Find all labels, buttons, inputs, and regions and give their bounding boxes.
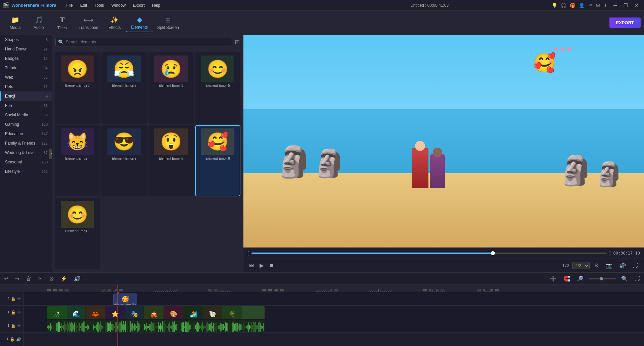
settings-icon[interactable]: ⚙ (592, 261, 601, 270)
progress-thumb[interactable] (491, 251, 495, 255)
grid-toggle-button[interactable]: ⊞ (235, 38, 240, 46)
element-card-emoji4[interactable]: 😸 Element Emoji 4 (55, 125, 100, 197)
lightbulb-icon[interactable]: 💡 (552, 3, 557, 8)
mail-icon[interactable]: ✉ (596, 3, 600, 8)
fullscreen-icon[interactable]: ⛶ (631, 261, 640, 270)
element-card-emoji9[interactable]: 😎 Element Emoji 9 (101, 125, 147, 197)
menu-edit[interactable]: Edit (77, 2, 91, 9)
sidebar-item-seasonal[interactable]: Seasonal260 (0, 157, 52, 167)
sidebar-count-tutorial: 64 (44, 66, 48, 70)
zoom-slider-thumb[interactable] (600, 277, 603, 280)
waveform-bar (234, 324, 235, 331)
waveform-bar (185, 321, 186, 332)
menu-export[interactable]: Export (130, 2, 148, 9)
menu-file[interactable]: File (63, 2, 76, 9)
crop-button[interactable]: ⊠ (48, 274, 55, 283)
emoji-clip[interactable]: 🥰 Element Emoji 8 (113, 294, 137, 305)
split-button[interactable]: ✂ (37, 274, 44, 283)
redo-button[interactable]: ↪ (14, 274, 21, 283)
delete-clip-button[interactable]: 🗑 (25, 274, 33, 283)
bracket-right[interactable]: ] (609, 251, 611, 256)
export-button[interactable]: EXPORT (609, 17, 641, 28)
stop-button[interactable]: ⏹ (268, 261, 276, 270)
close-button[interactable]: ✕ (632, 2, 641, 9)
speed-button[interactable]: ⚡ (59, 274, 68, 283)
element-card-emoji7[interactable]: 😠 Element Emoji 7 (55, 52, 100, 124)
toolbar-audio[interactable]: 🎵 Audio (27, 14, 50, 32)
play-button[interactable]: ▶ (258, 261, 265, 270)
waveform-bar (196, 323, 197, 331)
sidebar-item-pets[interactable]: Pets11 (0, 82, 52, 91)
track3-eye[interactable]: 👁 (17, 323, 21, 328)
element-card-emoji2[interactable]: 😤 Element Emoji 2 (101, 52, 147, 124)
sidebar-item-education[interactable]: Education147 (0, 129, 52, 139)
flag-icon[interactable]: 🏳 (588, 3, 593, 8)
track3-lock[interactable]: 🔒 (11, 323, 16, 328)
element-card-emoji5[interactable]: 😊 Element Emoji 5 (195, 52, 240, 124)
user-icon[interactable]: 👤 (579, 3, 585, 8)
menu-tools[interactable]: Tools (91, 2, 107, 9)
sidebar-item-hand_drawn[interactable]: Hand Drawn21 (0, 44, 52, 54)
toolbar-elements[interactable]: ◆ Elements (126, 13, 152, 32)
element-card-emoji1[interactable]: 😊 Element Emoji 1 (55, 198, 100, 269)
progress-bar[interactable] (251, 253, 607, 254)
resolution-select[interactable]: 1/2 1/4 Full (572, 262, 590, 269)
undo-button[interactable]: ↩ (3, 274, 10, 283)
element-card-emoji6[interactable]: 😲 Element Emoji 6 (148, 125, 194, 197)
video-clip[interactable]: 🏖 🌊 🦀 ⭐ 🎭 🎪 🎨 🏄 🐚 🌴 (47, 306, 265, 319)
track1-lock[interactable]: 🔒 (11, 297, 16, 301)
sidebar-item-shapes[interactable]: Shapes6 (0, 35, 52, 44)
sidebar-item-emoji[interactable]: Emoji9 (0, 91, 52, 101)
waveform-bar (168, 324, 169, 331)
minimize-button[interactable]: ─ (611, 2, 619, 9)
sidebar-item-web[interactable]: Web56 (0, 73, 52, 82)
sidebar-collapse-button[interactable]: ◀ (49, 149, 52, 159)
track4-lock[interactable]: 🔒 (10, 337, 15, 342)
sidebar-item-fun[interactable]: Fun61 (0, 101, 52, 110)
snapshot-icon[interactable]: 📷 (604, 261, 614, 270)
gift-icon[interactable]: 🎁 (570, 3, 576, 8)
track2-lock[interactable]: 🔒 (11, 310, 16, 315)
menu-help[interactable]: Help (149, 2, 164, 9)
bracket-left[interactable]: [ (247, 251, 249, 256)
sidebar-item-badges[interactable]: Badges12 (0, 54, 52, 63)
headphone-icon[interactable]: 🎧 (561, 3, 566, 8)
track2-eye[interactable]: 👁 (17, 310, 21, 315)
toolbar-splitscreen[interactable]: ⊞ Split Screen (152, 14, 184, 32)
sidebar-label-web: Web (5, 75, 13, 80)
track1-eye[interactable]: 👁 (17, 297, 21, 301)
waveform-bar (92, 325, 92, 330)
element-card-emoji8[interactable]: 🥰 Element Emoji 8 (195, 125, 240, 197)
toolbar-transitions[interactable]: ⟷ Transitions (74, 14, 103, 32)
main-area: Shapes6Hand Drawn21Badges12Tutorial64Web… (0, 35, 644, 272)
waveform-bar (79, 323, 79, 331)
sidebar-item-tutorial[interactable]: Tutorial64 (0, 63, 52, 73)
sidebar-item-lifestyle[interactable]: Lifestyle561 (0, 167, 52, 176)
toolbar-effects[interactable]: ✨ Effects (103, 14, 126, 32)
add-track-button[interactable]: ➕ (549, 274, 558, 283)
fullscreen-timeline-button[interactable]: ⛶ (633, 274, 641, 283)
restore-button[interactable]: ❐ (621, 2, 631, 9)
zoom-out-button[interactable]: 🔎 (576, 274, 585, 283)
toolbar-media[interactable]: 📁 Media (3, 14, 27, 32)
prev-frame-button[interactable]: ⏮ (247, 261, 256, 270)
zoom-in-button[interactable]: 🔍 (620, 274, 629, 283)
sidebar-item-gaming[interactable]: Gaming120 (0, 120, 52, 129)
sidebar-count-shapes: 6 (46, 38, 48, 42)
track4-speaker[interactable]: 🔊 (16, 337, 21, 342)
element-card-emoji3[interactable]: 😢 Element Emoji 3 (148, 52, 194, 124)
person2 (430, 154, 445, 188)
sidebar-item-social_media[interactable]: Social Media30 (0, 110, 52, 120)
sidebar-label-seasonal: Seasonal (5, 160, 22, 164)
waveform-bar (109, 323, 110, 331)
magnet-button[interactable]: 🧲 (562, 274, 571, 283)
menu-window[interactable]: Window (108, 2, 129, 9)
search-input[interactable] (55, 38, 232, 46)
download-icon[interactable]: ⬇ (603, 3, 607, 8)
thumb2: 🌊 (67, 306, 86, 319)
audio-clip-button[interactable]: 🔊 (73, 274, 82, 283)
toolbar-titles[interactable]: T Titles (50, 13, 74, 32)
pip-icon[interactable]: 🔊 (617, 261, 628, 270)
sidebar-item-family_friends[interactable]: Family & Friends127 (0, 139, 52, 148)
sidebar-item-wedding_love[interactable]: Wedding & Love87 (0, 148, 52, 157)
